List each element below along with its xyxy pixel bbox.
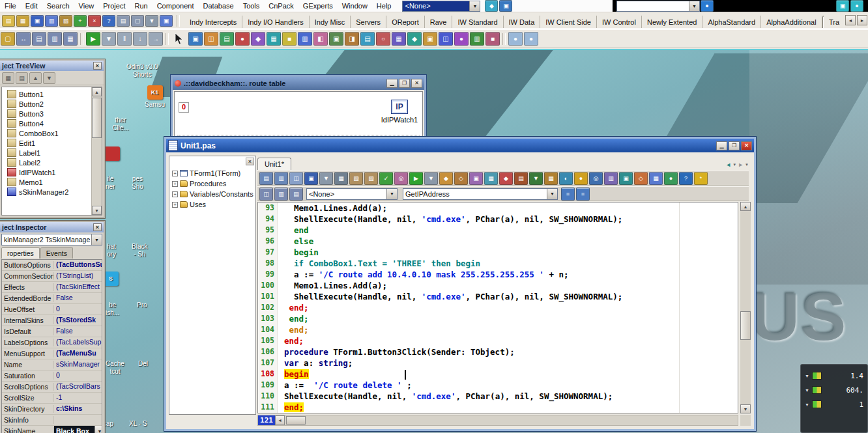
component-icon[interactable]: ◫ [439, 32, 453, 46]
structure-icon[interactable]: ▣ [619, 172, 633, 185]
desktop-save-icon[interactable]: ▣ [499, 0, 512, 12]
property-value[interactable]: (TacSkinEffect [54, 282, 102, 292]
idipwatch-component[interactable]: IP IdIPWatch1 [378, 100, 421, 124]
component-icon[interactable]: ● [235, 32, 250, 46]
palette-tab-iw-control[interactable]: IW Control [597, 16, 642, 28]
menu-item-database[interactable]: Database [199, 1, 239, 11]
palette-tab-rave[interactable]: Rave [425, 16, 453, 28]
property-value[interactable]: (TacMenuSu [54, 348, 102, 359]
component-icon[interactable]: ◆ [407, 32, 422, 46]
component-icon[interactable]: ■ [485, 32, 500, 46]
copy-icon[interactable]: ▨ [364, 172, 378, 185]
new-unit-icon[interactable]: ▤ [259, 172, 273, 185]
menu-item-file[interactable]: File [0, 1, 21, 11]
property-value[interactable]: (TacScrollBars [54, 382, 102, 392]
desktop-icon[interactable]: ilener [106, 175, 115, 191]
inspector-row[interactable]: LabelsOptions(TacLabelsSup [2, 337, 102, 348]
dropdown-arrow-icon[interactable]: ▼ [91, 234, 102, 245]
dropdown-arrow-icon[interactable]: ▼ [94, 426, 102, 433]
close-button[interactable]: ✕ [411, 79, 422, 88]
dropdown-arrow-icon[interactable]: ▼ [469, 1, 480, 11]
inspector-row[interactable]: HueOffset0 [2, 304, 102, 315]
scroll-up-icon[interactable]: ▲ [92, 87, 102, 96]
property-value[interactable]: (TStringList) [54, 271, 102, 281]
route-window-titlebar[interactable]: .::davidbeckham::. route table ▁ ❐ ✕ [173, 77, 424, 90]
maximize-button[interactable]: ❐ [399, 79, 410, 88]
cursor-arrow-icon[interactable] [171, 32, 188, 46]
view-form-icon[interactable]: ▢ [131, 15, 144, 27]
scroll-down-icon[interactable]: ▼ [740, 404, 751, 413]
close-icon[interactable]: × [93, 62, 102, 70]
inspector-row[interactable]: Saturation0 [2, 370, 102, 382]
maximize-button[interactable]: ❐ [729, 141, 740, 150]
treeview-item[interactable]: Button2 [7, 99, 91, 109]
desktop-layout-icon[interactable]: ◆ [485, 0, 498, 12]
trace-into-icon[interactable]: ↓ [133, 32, 147, 46]
component-icon[interactable]: ▦ [267, 32, 281, 46]
inspector-row[interactable]: ScrollSize-1 [2, 393, 102, 404]
component-icon[interactable]: ▥ [470, 32, 484, 46]
inspector-row[interactable]: SkinNameBlack Box▼ [2, 426, 102, 433]
menu-item-cnpack[interactable]: CnPack [264, 1, 298, 11]
tree-expand-icon[interactable]: ▤ [16, 72, 28, 84]
component-icon[interactable]: ▣ [329, 32, 343, 46]
property-value[interactable]: Black Box▼ [54, 426, 102, 433]
cut-icon[interactable]: ▧ [349, 172, 363, 185]
tab-events[interactable]: Events [40, 247, 73, 258]
desktop-icon[interactable]: Black- Sh [132, 243, 147, 258]
menu-item-tools[interactable]: Tools [239, 1, 265, 11]
property-value[interactable]: c:\Skins [54, 404, 102, 414]
component-icon[interactable]: ▣ [188, 32, 203, 46]
palette-tab-iw-data[interactable]: IW Data [504, 16, 541, 28]
explorer-item[interactable]: +Uses [172, 199, 255, 210]
inspector-row[interactable]: ScrollsOptions(TacScrollBars [2, 382, 102, 393]
units-list-icon[interactable]: ▤ [32, 32, 46, 46]
scrollbar-thumb[interactable] [92, 98, 102, 138]
component-icon[interactable]: ◨ [345, 32, 359, 46]
property-value[interactable]: (TacButtonsSu [54, 260, 102, 270]
tray-icon-2[interactable]: ● [850, 0, 863, 12]
treeview-item[interactable]: Label1 [7, 148, 91, 158]
scrollbar-thumb[interactable] [286, 416, 306, 425]
menu-item-view[interactable]: View [74, 1, 99, 11]
component-icon[interactable]: ▦ [392, 32, 406, 46]
treeview-item[interactable]: Label2 [7, 158, 91, 167]
search-combo[interactable]: ▼ [616, 1, 700, 12]
tip-icon[interactable]: * [694, 172, 708, 185]
desktop-icon[interactable]: Odin3 v3.0Shortc [126, 63, 158, 79]
explorer-item[interactable]: +Procedures [172, 178, 255, 189]
view-unit-icon[interactable]: ▤ [117, 15, 130, 27]
inspector-row[interactable]: ExtendedBordeFalse [2, 293, 102, 304]
grid-icon[interactable]: ▦ [649, 172, 663, 185]
desktop-icon[interactable]: therClie... [112, 117, 129, 132]
scrollbar-thumb[interactable] [740, 311, 751, 340]
treeview-scrollbar[interactable]: ▲ ▼ [91, 87, 102, 215]
tab-properties[interactable]: roperties [1, 247, 40, 258]
new-form-icon[interactable]: ▢ [1, 32, 15, 46]
back-dropdown-icon[interactable]: ▼ [732, 163, 736, 167]
inspector-row[interactable]: IsDefaultFalse [2, 326, 102, 337]
palette-tab-indy-i-o-handlers[interactable]: Indy I/O Handlers [242, 16, 310, 28]
inspector-row[interactable]: NamesSkinManager [2, 359, 102, 370]
desktops-dropdown-icon[interactable]: ▼ [145, 15, 158, 27]
tab-scroll-left-icon[interactable]: ◄ [845, 15, 856, 25]
open-file-icon[interactable]: ▥ [274, 172, 288, 185]
remove-from-project-icon[interactable]: × [88, 15, 101, 27]
desktop-icon[interactable]: S [103, 272, 119, 287]
menu-item-edit[interactable]: Edit [21, 1, 42, 11]
object-inspector-titlebar[interactable]: ject Inspector × [0, 222, 104, 232]
treeview-item[interactable]: sSkinManager2 [7, 187, 91, 197]
inspector-row[interactable]: CommonSection(TStringList) [2, 271, 102, 282]
treeview-item[interactable]: ComboBox1 [7, 128, 91, 138]
treeview-item[interactable]: Button4 [7, 119, 91, 128]
inspector-row[interactable]: InternalSkins(TsStoredSk [2, 315, 102, 326]
menu-item-run[interactable]: Run [130, 1, 152, 11]
options-icon[interactable]: ◎ [394, 172, 408, 185]
open-project-icon[interactable]: ▧ [59, 15, 72, 27]
inspector-row[interactable]: SkinInfo [2, 415, 102, 426]
inspector-row[interactable]: SkinDirectoryc:\Skins [2, 404, 102, 415]
cnpack-bubble-icon[interactable]: ● [524, 32, 538, 46]
component-icon[interactable]: ● [454, 32, 469, 46]
explorer-toggle-icon[interactable]: ◫ [259, 188, 273, 201]
property-value[interactable]: False [54, 293, 102, 303]
